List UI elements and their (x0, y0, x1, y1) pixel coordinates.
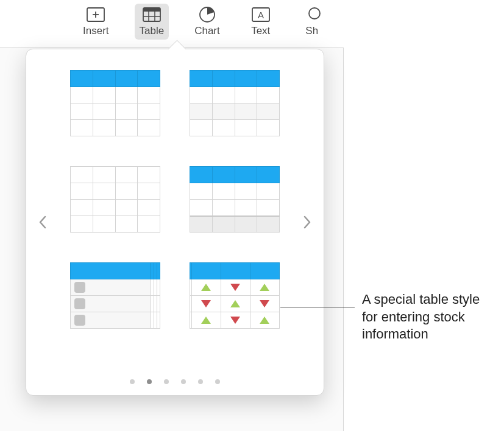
toolbar-insert-label: Insert (83, 25, 109, 37)
page-dot-4[interactable] (181, 379, 186, 384)
page-dot-1[interactable] (130, 379, 135, 384)
callout-line (280, 307, 355, 307)
chart-icon (197, 6, 218, 23)
svg-rect-4 (143, 8, 160, 12)
page-dot-3[interactable] (164, 379, 169, 384)
toolbar-chart-button[interactable]: Chart (190, 4, 225, 40)
toolbar-insert-button[interactable]: Insert (78, 4, 114, 40)
toolbar-table-button[interactable]: Table (135, 4, 169, 40)
toolbar-shape-button[interactable]: Sh (297, 4, 327, 40)
table-style-checklist[interactable] (70, 262, 160, 328)
page-dot-2[interactable] (147, 379, 152, 384)
callout-text: A special table style for entering stock… (362, 291, 496, 343)
table-icon (141, 6, 162, 23)
text-icon: A (250, 6, 271, 23)
svg-text:A: A (258, 10, 264, 20)
page-dots (26, 379, 324, 384)
toolbar-text-button[interactable]: A Text (246, 4, 276, 40)
page-dot-6[interactable] (215, 379, 220, 384)
table-style-plain[interactable] (70, 166, 160, 232)
toolbar-chart-label: Chart (194, 25, 220, 37)
table-style-header-footer[interactable] (190, 166, 280, 232)
table-style-grid (70, 70, 280, 328)
toolbar-table-label: Table (140, 25, 165, 37)
insert-icon (85, 6, 106, 23)
table-style-header-basic[interactable] (70, 70, 160, 136)
table-style-stock[interactable] (190, 262, 280, 328)
next-page-button[interactable] (299, 209, 315, 236)
svg-point-11 (309, 8, 320, 19)
table-style-header-alt[interactable] (190, 70, 280, 136)
previous-page-button[interactable] (35, 209, 51, 236)
toolbar-text-label: Text (251, 25, 270, 37)
toolbar: Insert Table Chart A Text Sh (78, 4, 327, 40)
page-dot-5[interactable] (198, 379, 203, 384)
table-styles-popover (26, 49, 324, 396)
shape-icon (302, 6, 322, 23)
toolbar-shape-label: Sh (305, 25, 318, 37)
